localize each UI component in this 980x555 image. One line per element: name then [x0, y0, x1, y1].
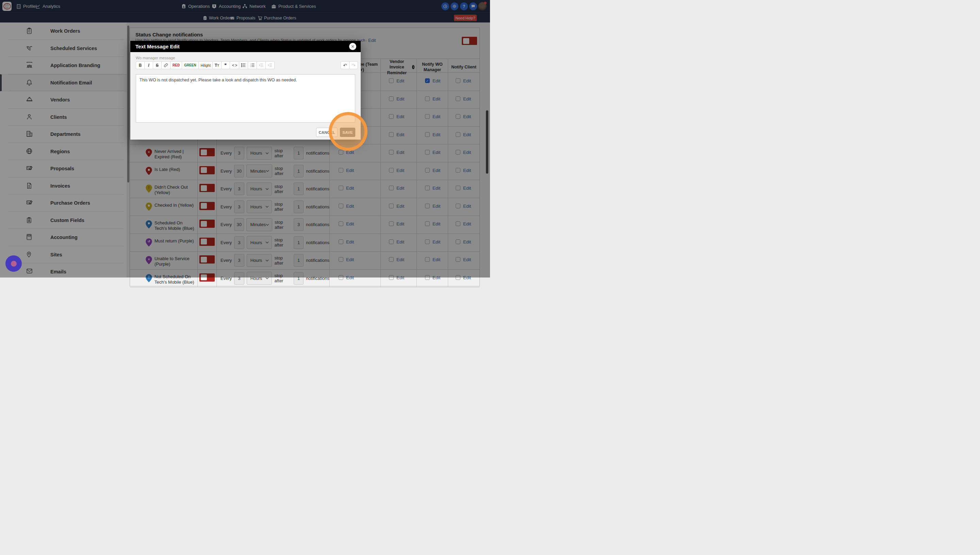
- bullet-list-icon[interactable]: [239, 61, 248, 69]
- highlight-button[interactable]: Hilight: [198, 61, 213, 69]
- quote-button[interactable]: ❞: [221, 61, 230, 69]
- chat-widget-fab[interactable]: [5, 255, 22, 272]
- modal-header: Text Message Edit ✕: [130, 41, 361, 52]
- save-button[interactable]: SAVE: [340, 128, 355, 137]
- strikethrough-button[interactable]: S: [153, 61, 161, 69]
- code-button[interactable]: < >: [230, 61, 239, 69]
- block-toolbar-group: TT ❞ < > 123: [212, 61, 275, 69]
- bold-button[interactable]: B: [136, 61, 145, 69]
- indent-icon[interactable]: [265, 61, 275, 69]
- fab-dot: [11, 261, 17, 266]
- format-toolbar-group: B I S RED GREEN Hilight: [136, 61, 213, 69]
- red-text-button[interactable]: RED: [170, 61, 182, 69]
- undo-button[interactable]: ↶: [341, 61, 350, 69]
- close-icon[interactable]: ✕: [349, 43, 356, 50]
- numbered-list-icon[interactable]: 123: [248, 61, 257, 69]
- outdent-icon[interactable]: [257, 61, 266, 69]
- text-message-edit-modal: Text Message Edit ✕ Wo manager message B…: [130, 41, 361, 140]
- redo-button[interactable]: ↷: [349, 61, 358, 69]
- cancel-button[interactable]: CANCEL: [316, 128, 337, 137]
- green-text-button[interactable]: GREEN: [182, 61, 199, 69]
- link-icon[interactable]: [161, 61, 171, 69]
- field-label: Wo manager message: [136, 56, 175, 60]
- modal-title: Text Message Edit: [136, 43, 180, 50]
- text-size-icon[interactable]: TT: [212, 61, 222, 69]
- message-textarea[interactable]: [136, 74, 355, 123]
- svg-text:3: 3: [250, 66, 251, 67]
- italic-button[interactable]: I: [144, 61, 153, 69]
- undo-redo-group: ↶ ↷: [341, 61, 358, 69]
